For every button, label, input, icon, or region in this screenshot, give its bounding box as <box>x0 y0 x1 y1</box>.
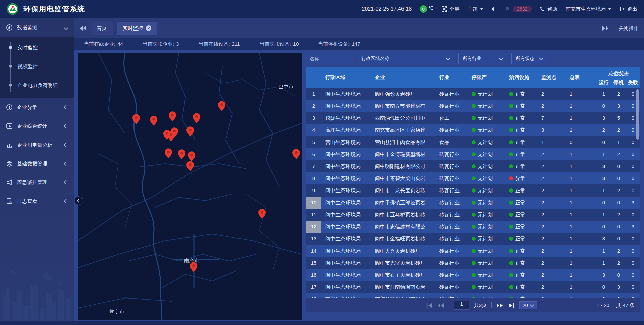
cell-total-meter: 0 <box>566 136 596 148</box>
sidebar-item-log-view[interactable]: 日志查看 <box>0 192 74 211</box>
table-row[interactable]: 15阆中生态环境局阆中市光富页岩机砖厂砖瓦行业无计划正常21120 <box>306 257 640 269</box>
tab-home[interactable]: 首页 <box>91 22 113 35</box>
table-row[interactable]: 18南部生态环境局南部县砖华山河有限公建材加工无计划正常21030 <box>306 293 640 298</box>
cell-monitor-points: 3 <box>537 124 566 136</box>
speaker-mute-icon[interactable] <box>491 6 497 12</box>
map-panel[interactable]: 巴中市南充市遂宁市 <box>78 53 302 320</box>
cell-pollution-facility: 正常 <box>505 148 537 160</box>
map-pin[interactable] <box>132 114 140 124</box>
cell-region: 阆中生态环境局 <box>321 184 371 197</box>
map-pin[interactable] <box>165 148 172 158</box>
map-pin[interactable] <box>292 149 300 159</box>
map-pin[interactable] <box>190 262 197 272</box>
map-pin[interactable] <box>218 101 225 111</box>
tab-realtime-monitor[interactable]: 实时监控 ✕ <box>117 22 157 35</box>
table-row[interactable]: 9阆中生态环境局阆中市二龙长宝页岩砖砖瓦行业无计划正常21120 <box>306 184 640 197</box>
table-row[interactable]: 7阆中生态环境局阆中明阳建材有限公司砖瓦行业无计划正常21300 <box>306 160 640 172</box>
logout-button[interactable]: 退出 <box>620 6 637 12</box>
table-row[interactable]: 6阆中生态环境局阆中市金博瑞新型墙材砖瓦行业无计划正常21120 <box>306 148 640 160</box>
sidebar-item-power-load-detail[interactable]: 企业电力负荷明细 <box>0 76 74 95</box>
page-size-select[interactable]: 20 <box>519 301 537 309</box>
tabs-scroll-left-icon[interactable] <box>79 25 87 31</box>
stat-value: 147 <box>352 41 360 47</box>
cell-company: 营山县润丰肉食品有限 <box>371 136 435 148</box>
cell-total-meter: 1 <box>566 293 596 298</box>
table-row[interactable]: 4高坪生态环境局南充市高坪区王家店建砖瓦行业无计划正常31220 <box>306 124 640 136</box>
sidebar-item-enterprise-abnormal[interactable]: 企业异常 <box>0 98 74 117</box>
cell-disconnected: 0 <box>626 233 640 245</box>
sidebar-item-realtime-monitor[interactable]: 实时监控 <box>0 38 74 57</box>
notification-count-badge: 2632 <box>513 6 532 12</box>
close-operations-button[interactable]: 关闭操作 <box>619 25 639 32</box>
map-pin[interactable] <box>150 116 157 126</box>
map-pin[interactable] <box>258 209 266 219</box>
table-row[interactable]: 14阆中生态环境局阆中大兴页岩机砖厂砖瓦行业无计划正常21120 <box>306 245 640 257</box>
table-row[interactable]: 1阆中生态环境局阆中强锐页岩砖厂砖瓦行业无计划正常21120 <box>306 88 640 100</box>
industry-filter-select[interactable]: 所有行业 <box>458 53 507 64</box>
table-row[interactable]: 5营山生态环境局营山县润丰肉食品有限食品无计划正常10010 <box>306 136 640 148</box>
next-page-icon[interactable] <box>496 303 503 308</box>
map-pin[interactable] <box>171 127 178 138</box>
cell-total-meter: 1 <box>566 124 596 136</box>
table-row[interactable]: 10阆中生态环境局阆中千佛镇五郎垭页岩砖瓦行业无计划正常21003 <box>306 197 640 209</box>
cell-company: 阆中市枣碧大梁山页岩 <box>371 172 435 184</box>
table-row[interactable]: 17阆中生态环境局阆中市江南镇阆南页岩砖瓦行业无计划正常21030 <box>306 281 640 293</box>
cell-monitor-points: 2 <box>537 221 566 233</box>
region-filter-select[interactable]: 行政区域名称 <box>357 53 454 64</box>
stat-label: 当前在线企业: <box>84 41 115 47</box>
cell-industry: 砖瓦行业 <box>435 197 468 209</box>
sidebar-item-power-analysis[interactable]: 企业用电量分析 <box>0 136 74 154</box>
tab-bar: 首页 实时监控 ✕ 关闭操作 <box>74 18 644 38</box>
map-pin[interactable] <box>188 151 195 161</box>
cell-disconnected: 0 <box>626 184 640 197</box>
fullscreen-button[interactable]: 全屏 <box>442 6 460 12</box>
help-button[interactable]: 帮助 <box>540 6 557 12</box>
prev-page-icon[interactable] <box>437 303 444 308</box>
table-scrollbar[interactable] <box>636 89 639 140</box>
table-row[interactable]: 2阆中生态环境局阆中市南方节能建材有砖瓦行业无计划正常21030 <box>306 100 640 112</box>
status-filter-select[interactable]: 所有状态 <box>511 53 547 64</box>
stat-value: 3 <box>176 41 179 47</box>
sidebar-item-emergency-reduction[interactable]: 应急减排管理 <box>0 173 74 192</box>
name-filter-input[interactable] <box>306 53 353 64</box>
page-number-input[interactable]: 1 <box>454 301 469 310</box>
cell-total-meter: 1 <box>566 269 596 281</box>
sidebar-item-video-monitor[interactable]: 视频监控 <box>0 57 74 76</box>
pagination-bar: 1 共3页 20 1 - 20 共 47 条 <box>306 298 640 312</box>
table-row[interactable]: 16阆中生态环境局阆中市石子页岩机砖厂砖瓦行业无计划正常21300 <box>306 269 640 281</box>
cell-running: 2 <box>596 124 611 136</box>
map-pin[interactable] <box>178 149 185 159</box>
cell-pollution-facility: 正常 <box>505 293 537 298</box>
map-pin[interactable] <box>169 111 176 121</box>
last-page-icon[interactable] <box>508 303 515 308</box>
chevron-left-icon <box>64 105 68 110</box>
table-row[interactable]: 8阆中生态环境局阆中市枣碧大梁山页岩砖瓦行业无计划异常21300 <box>306 172 640 184</box>
table-row[interactable]: 13阆中生态环境局阆中市金福旺页岩机砖砖瓦行业无计划正常21300 <box>306 233 640 245</box>
organization-dropdown[interactable]: 南充市生态环境局 <box>566 6 611 12</box>
table-row[interactable]: 11阆中生态环境局阆中市五马桥页岩机砖砖瓦行业无计划正常21120 <box>306 209 640 221</box>
tab-close-icon[interactable]: ✕ <box>146 25 151 31</box>
map-pin[interactable] <box>186 161 194 171</box>
status-ok-dot <box>509 273 513 277</box>
tabs-scroll-right-icon[interactable] <box>602 25 609 31</box>
theme-dropdown[interactable]: 主题 <box>468 6 483 12</box>
sidebar-item-data-monitoring[interactable]: 数据监测 <box>0 18 74 37</box>
cell-monitor-points: 2 <box>537 281 566 293</box>
table-row[interactable]: 12阆中生态环境局阆中市忠信建材有限公砖瓦行业无计划正常21003 <box>306 221 640 233</box>
status-ok-dot <box>472 104 476 108</box>
notification-bell[interactable]: 2632 <box>505 6 532 12</box>
map-collapse-handle[interactable] <box>74 196 83 205</box>
sidebar-item-enterprise-statistics[interactable]: 企业综合统计 <box>0 117 74 136</box>
cell-stop-limit: 无计划 <box>468 221 505 233</box>
first-page-icon[interactable] <box>426 303 433 308</box>
table-row[interactable]: 3仪陇生态环境局西南油气田分公司川中化工无计划正常71350 <box>306 112 640 124</box>
sidebar-item-base-data[interactable]: 基础数据管理 <box>0 154 74 173</box>
map-pin[interactable] <box>186 126 194 137</box>
stat-offline-enterprises: 当前失联企业: 3 <box>143 41 179 47</box>
status-ok-dot <box>472 273 476 277</box>
column-group-point-status: 点位状态 <box>596 67 640 77</box>
sidebar-item-label: 企业异常 <box>17 104 37 111</box>
temperature-badge: 0 <box>420 5 427 13</box>
map-pin[interactable] <box>193 113 200 123</box>
cell-region: 营山生态环境局 <box>321 136 371 148</box>
